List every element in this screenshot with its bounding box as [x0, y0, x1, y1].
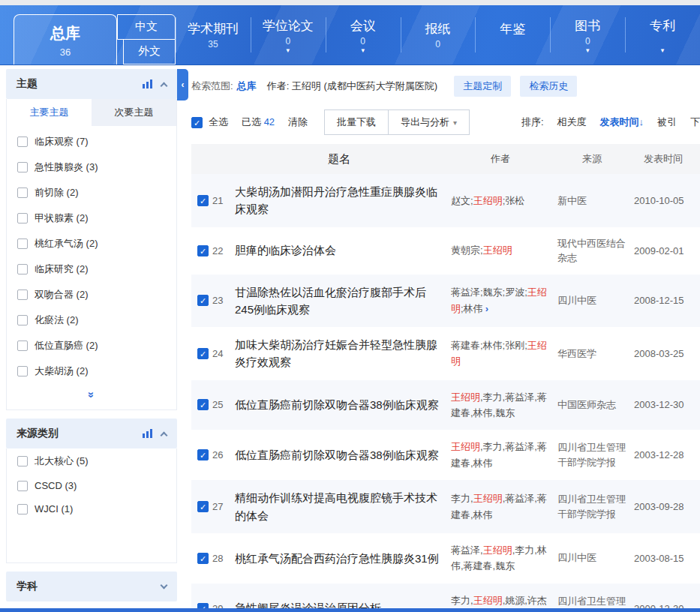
row-checkbox[interactable]: ✓ — [197, 348, 209, 359]
row-source[interactable]: 华西医学 — [557, 346, 634, 362]
filter-item[interactable]: CSCD (3) — [7, 474, 176, 497]
highlight-author[interactable]: 王绍明 — [483, 244, 512, 256]
row-authors[interactable]: 李力,王绍明,蒋益泽,蒋建春,林伟 — [451, 490, 557, 523]
checkbox-icon[interactable] — [17, 315, 28, 326]
filter-item[interactable]: 临床研究 (2) — [7, 256, 176, 282]
clear-selection-button[interactable]: 清除 — [288, 116, 308, 129]
highlight-author[interactable]: 王绍明 — [451, 286, 547, 314]
highlight-author[interactable]: 王绍明 — [483, 544, 512, 556]
row-title-link[interactable]: 甘温除热佐以活血化瘀治疗腹部手术后245例临床观察 — [230, 284, 451, 319]
sidebar-section-header[interactable]: 主题 — [6, 69, 177, 99]
checkbox-icon[interactable] — [17, 162, 28, 172]
chevron-down-icon[interactable] — [161, 582, 168, 590]
filter-item[interactable]: 大柴胡汤 (2) — [7, 358, 176, 384]
checkbox-icon[interactable] — [17, 188, 28, 198]
highlight-author[interactable]: 王绍明 — [451, 392, 480, 403]
sort-option-3[interactable]: 下 — [690, 116, 700, 129]
filter-item[interactable]: WJCI (1) — [7, 497, 176, 520]
highlight-author[interactable]: 王绍明 — [473, 493, 503, 504]
row-authors[interactable]: 蒋益泽;魏东;罗波;王绍明;林伟› — [451, 284, 557, 316]
row-checkbox[interactable]: ✓ — [197, 501, 209, 512]
nav-tab-1[interactable]: 学位论文0▾ — [251, 5, 326, 64]
filter-item[interactable]: 急性胰腺炎 (3) — [7, 154, 176, 180]
checkbox-icon[interactable] — [17, 456, 28, 466]
filter-item[interactable]: 临床观察 (7) — [7, 129, 176, 154]
row-source[interactable]: 中国医师杂志 — [557, 398, 634, 412]
sidebar-section-header[interactable]: 学科 — [6, 572, 177, 602]
sort-option-0[interactable]: 相关度 — [557, 116, 587, 129]
row-source[interactable]: 四川省卫生管理干部学院学报 — [557, 440, 634, 470]
row-title-link[interactable]: 胆瘅的临床诊治体会 — [230, 242, 451, 259]
nav-tab-3[interactable]: 报纸0 — [401, 5, 476, 64]
bar-chart-icon[interactable] — [143, 80, 152, 88]
row-source[interactable]: 新中医 — [557, 194, 634, 208]
row-checkbox[interactable]: ✓ — [197, 245, 209, 256]
row-authors[interactable]: 王绍明,李力,蒋益泽,蒋建春,林伟,魏东 — [451, 389, 557, 422]
nav-tab-6[interactable]: 专利▾ — [625, 5, 700, 64]
row-checkbox[interactable]: ✓ — [197, 553, 209, 564]
checkbox-icon[interactable] — [17, 136, 28, 147]
row-title-link[interactable]: 大柴胡汤加潜阳丹治疗急性重症胰腺炎临床观察 — [230, 183, 451, 218]
highlight-author[interactable]: 王绍明 — [451, 441, 480, 452]
sort-option-2[interactable]: 被引 — [657, 116, 677, 129]
topic-tab-0[interactable]: 主要主题 — [7, 99, 92, 126]
row-checkbox[interactable]: ✓ — [197, 399, 209, 410]
row-authors[interactable]: 赵文;王绍明;张松 — [451, 193, 557, 208]
tab-chinese[interactable]: 中文 — [117, 14, 176, 40]
row-source[interactable]: 四川中医 — [557, 293, 634, 308]
row-title-link[interactable]: 精细动作训练对提高电视腹腔镜手术技术的体会 — [230, 489, 451, 524]
checkbox-icon[interactable] — [17, 481, 28, 491]
select-all-label[interactable]: 全选 — [209, 116, 228, 129]
row-source[interactable]: 现代中西医结合杂志 — [557, 236, 634, 266]
chevron-up-icon[interactable] — [161, 432, 168, 440]
filter-item[interactable]: 前切除 (2) — [7, 180, 176, 206]
chevron-up-icon[interactable] — [161, 82, 168, 90]
highlight-author[interactable]: 王绍明 — [451, 340, 547, 367]
sidebar-collapse-handle[interactable]: ‹ — [177, 69, 188, 100]
export-analyze-button[interactable]: 导出与分析▾ — [389, 110, 470, 135]
checkbox-icon[interactable] — [17, 213, 28, 224]
row-checkbox[interactable]: ✓ — [197, 195, 209, 206]
row-authors[interactable]: 蒋益泽,王绍明,李力,林伟,蒋建春,魏东 — [451, 542, 557, 574]
tab-total-database[interactable]: 总库 36 — [14, 14, 117, 65]
row-authors[interactable]: 黄朝宗;王绍明 — [451, 242, 557, 258]
sort-option-1[interactable]: 发表时间↓ — [600, 116, 644, 129]
checkbox-icon[interactable] — [17, 366, 28, 376]
filter-item[interactable]: 化瘀法 (2) — [7, 308, 176, 333]
checkbox-icon[interactable] — [17, 504, 28, 514]
filter-item[interactable]: 双吻合器 (2) — [7, 282, 176, 308]
row-source[interactable]: 四川省卫生管理干部学院学报 — [557, 492, 634, 521]
filter-item[interactable]: 低位直肠癌 (2) — [7, 333, 176, 358]
select-all-checkbox[interactable]: ✓ — [191, 117, 203, 128]
nav-tab-0[interactable]: 学术期刊35 — [176, 5, 251, 64]
bar-chart-icon[interactable] — [143, 429, 152, 438]
row-source[interactable]: 四川中医 — [557, 550, 634, 566]
topic-tab-1[interactable]: 次要主题 — [92, 99, 176, 126]
scope-value[interactable]: 总库 — [237, 80, 257, 93]
expand-more[interactable]: » — [7, 384, 176, 410]
checkbox-icon[interactable] — [17, 290, 28, 300]
row-authors[interactable]: 王绍明,李力,蒋益泽,蒋建春,林伟 — [451, 439, 557, 471]
checkbox-icon[interactable] — [17, 264, 28, 274]
checkbox-icon[interactable] — [17, 238, 28, 249]
row-checkbox[interactable]: ✓ — [197, 449, 209, 460]
row-title-link[interactable]: 桃红承气汤配合西药治疗急性胰腺炎31例 — [230, 550, 451, 567]
row-checkbox[interactable]: ✓ — [197, 295, 209, 306]
checkbox-icon[interactable] — [17, 340, 28, 351]
filter-item[interactable]: 北大核心 (5) — [7, 448, 176, 474]
nav-tab-5[interactable]: 图书0▾ — [550, 5, 625, 64]
nav-tab-4[interactable]: 年鉴 — [475, 5, 550, 64]
highlight-author[interactable]: 王绍明 — [473, 595, 503, 606]
tab-foreign[interactable]: 外文 — [123, 40, 176, 65]
filter-item[interactable]: 桃红承气汤 (2) — [7, 231, 176, 256]
filter-item[interactable]: 甲状腺素 (2) — [7, 206, 176, 231]
row-title-link[interactable]: 低位直肠癌前切除双吻合器38例临床观察 — [230, 396, 451, 413]
nav-tab-2[interactable]: 会议0▾ — [326, 5, 401, 64]
search-history-button[interactable]: 检索历史 — [520, 76, 577, 97]
sidebar-section-header[interactable]: 来源类别 — [6, 418, 177, 448]
row-authors[interactable]: 蒋建春;林伟;张刚;王绍明 — [451, 338, 557, 370]
topic-custom-button[interactable]: 主题定制 — [454, 76, 511, 97]
batch-download-button[interactable]: 批量下载 — [324, 110, 389, 135]
row-title-link[interactable]: 加味大柴胡汤治疗妊娠合并轻型急性胰腺炎疗效观察 — [230, 336, 451, 371]
row-title-link[interactable]: 低位直肠癌前切除双吻合器38例临床观察 — [230, 446, 451, 464]
